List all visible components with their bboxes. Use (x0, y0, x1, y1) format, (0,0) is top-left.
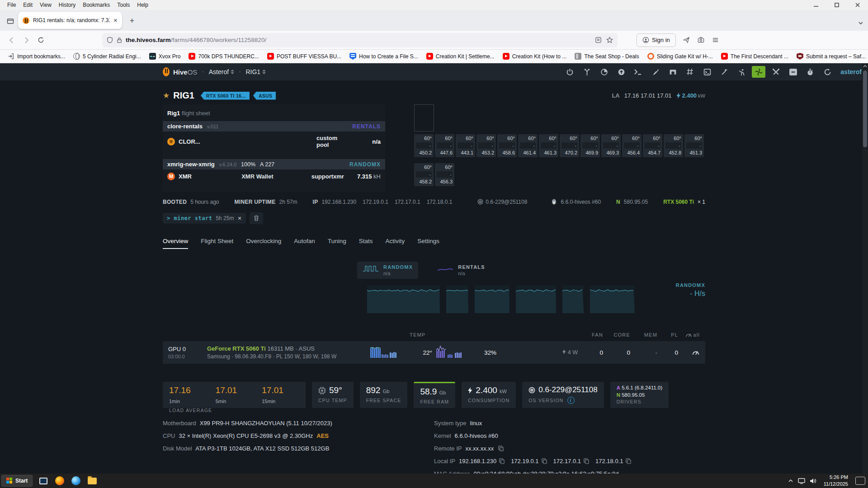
display-icon[interactable] (798, 478, 805, 484)
brand-badge[interactable]: ASUS (253, 92, 276, 100)
tab-tuning[interactable]: Tuning (328, 238, 346, 249)
copy-icon[interactable] (499, 458, 505, 464)
copy-icon[interactable] (542, 458, 547, 464)
bookmark-item[interactable]: How to Create a File S... (346, 52, 421, 61)
legend-rentals[interactable]: RENTALSn/a (432, 262, 491, 279)
sign-in-button[interactable]: Sign in (637, 33, 676, 47)
reader-list-icon[interactable] (595, 37, 602, 43)
bookmark-item[interactable]: 700k DPS THUNDERC... (185, 52, 262, 61)
clear-commands-button[interactable] (250, 212, 263, 224)
menu-hamburger-icon[interactable] (708, 33, 723, 47)
shield-icon[interactable] (107, 37, 113, 43)
send-to-device-icon[interactable] (679, 33, 694, 47)
browser-tab[interactable]: RIG1 rentals: n/a; randomx: 7.31 ✕ (18, 12, 122, 29)
menu-help[interactable]: Help (133, 1, 152, 9)
bookmark-item[interactable]: Sliding Gate Kit w/ H-... (644, 52, 716, 61)
account-name[interactable]: asterof (840, 68, 862, 75)
start-button[interactable]: Start (1, 475, 33, 487)
bookmark-item[interactable]: Xvox Pro (146, 52, 184, 61)
dismiss-command-icon[interactable]: ✕ (237, 216, 241, 221)
refresh-icon[interactable] (821, 66, 834, 78)
taskbar-firefox-icon[interactable] (52, 474, 68, 488)
breadcrumb-farm[interactable]: Asterof (209, 68, 234, 75)
tray-chevron-icon[interactable] (788, 479, 793, 483)
speaker-icon[interactable] (810, 478, 816, 484)
tab-autofan[interactable]: Autofan (294, 238, 315, 249)
pickaxe-icon[interactable] (717, 66, 731, 78)
os-info-icon[interactable]: i (567, 397, 575, 404)
menu-edit[interactable]: Edit (19, 1, 36, 9)
notifications-icon[interactable] (855, 477, 865, 485)
taskbar-explorer-icon[interactable] (84, 474, 100, 488)
net-icon[interactable] (666, 66, 679, 78)
gpu-badge[interactable]: RTX 5060 TI 16... (201, 92, 250, 100)
algo-tag-randomx[interactable]: RANDOMX (349, 161, 381, 168)
bookmark-item[interactable]: POST BUFF VIESSA BU... (264, 52, 344, 61)
shutdown-icon[interactable] (786, 66, 800, 78)
tab-list-chevron-icon[interactable] (858, 20, 863, 26)
bookmark-item[interactable]: Creation Kit | Settleme... (423, 52, 498, 61)
console-icon[interactable] (700, 66, 714, 78)
copy-icon[interactable] (626, 458, 631, 464)
menu-history[interactable]: History (55, 1, 79, 9)
taskbar-browser-icon[interactable] (68, 474, 84, 488)
tab-close-icon[interactable]: ✕ (113, 18, 118, 23)
hive-logo[interactable]: HiveOS (163, 67, 197, 76)
screenshot-icon[interactable] (694, 33, 708, 47)
url-bar[interactable]: the.hiveos.farm/farms/4466780/workers/11… (102, 33, 618, 47)
tab-activity[interactable]: Activity (385, 238, 405, 249)
upgrade-icon[interactable] (614, 66, 628, 78)
legend-randomx[interactable]: RANDOMXn/a (357, 262, 418, 279)
taskbar-clock[interactable]: 5:26 PM 11/12/2025 (821, 474, 851, 488)
menu-file[interactable]: File (4, 1, 19, 9)
lock-icon[interactable] (117, 37, 122, 43)
miner-config-icon[interactable] (735, 66, 748, 78)
tab-flight-sheet[interactable]: Flight Sheet (201, 238, 233, 249)
bookmark-item[interactable]: Creation Kit (How to ... (500, 52, 570, 61)
back-button[interactable] (5, 33, 19, 47)
favorite-star-icon[interactable]: ★ (163, 91, 170, 100)
tab-overclocking[interactable]: Overclocking (246, 238, 281, 249)
reload-button[interactable] (33, 33, 48, 47)
bookmark-item[interactable]: The First Descendant ... (718, 52, 792, 61)
gpu-model-link[interactable]: GeForce RTX 5060 Ti (207, 345, 266, 352)
maximize-button[interactable] (826, 0, 847, 10)
close-button[interactable] (847, 0, 868, 10)
hash-icon[interactable] (683, 66, 697, 78)
oc-icon[interactable] (597, 66, 611, 78)
gpu-oc-gauge-icon[interactable] (678, 349, 700, 356)
bookmark-item[interactable]: 5 Cylinder Radial Engi... (70, 52, 144, 61)
bookmark-item[interactable]: Import bookmarks... (5, 52, 68, 61)
rocket-icon[interactable] (649, 66, 662, 78)
miner-row-clore[interactable]: clore-rentals v.011 RENTALS (163, 121, 385, 131)
miner-start-chip[interactable]: > miner start 5h 25m ✕ (163, 213, 246, 224)
bookmark-item[interactable]: The Seat Shop - Deals (571, 52, 642, 61)
timer-icon[interactable] (803, 66, 817, 78)
autofan-icon[interactable] (752, 66, 765, 78)
miner-row-xmrig[interactable]: xmrig-new-xmrig v.6.24.0 100% A 227 RAND… (163, 159, 385, 169)
shell-icon[interactable] (632, 66, 645, 78)
tab-settings[interactable]: Settings (417, 238, 439, 249)
tab-overview[interactable]: Overview (163, 238, 188, 249)
power-icon[interactable] (563, 66, 576, 78)
firefox-view-icon[interactable] (3, 14, 18, 29)
breadcrumb-worker[interactable]: RIG1 (245, 68, 266, 75)
menu-tools[interactable]: Tools (113, 1, 133, 9)
taskbar-app-window-icon[interactable] (35, 474, 52, 488)
flight-sheets-icon[interactable] (580, 66, 594, 78)
tools-icon[interactable] (769, 66, 783, 78)
menu-bookmarks[interactable]: Bookmarks (79, 1, 113, 9)
page-scrollbar[interactable] (862, 63, 868, 474)
menu-view[interactable]: View (36, 1, 55, 9)
scrollbar-thumb[interactable] (863, 70, 867, 147)
bookmark-item[interactable]: Submit a request – Saf... (793, 52, 868, 61)
minimize-button[interactable] (806, 0, 826, 10)
tab-stats[interactable]: Stats (359, 238, 373, 249)
bookmark-star-icon[interactable] (606, 37, 613, 43)
coin-xmr[interactable]: XMR (167, 173, 241, 180)
algo-tag-rentals[interactable]: RENTALS (352, 123, 381, 130)
gpu-row[interactable]: GPU 0 03:00.0 GeForce RTX 5060 Ti 16311 … (163, 341, 705, 364)
coin-clore[interactable]: CLOR... (167, 138, 244, 145)
forward-button[interactable] (19, 33, 33, 47)
new-tab-button[interactable]: + (125, 14, 139, 28)
